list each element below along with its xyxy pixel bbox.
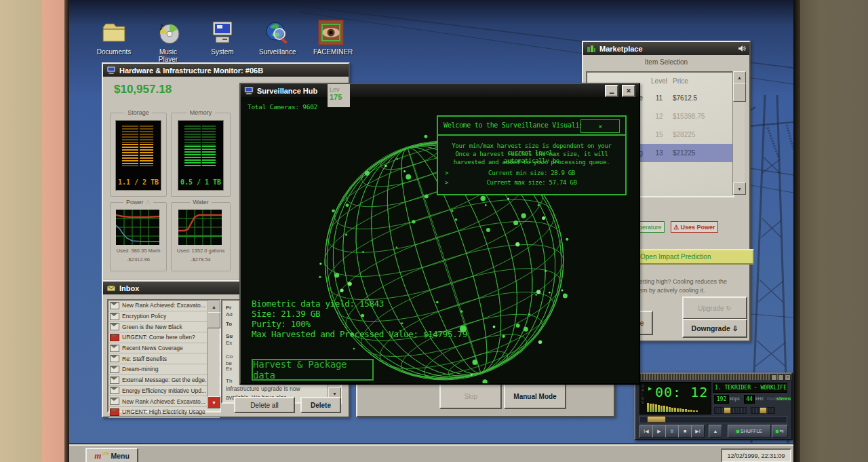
message-item[interactable]: URGENT: Come here often? <box>108 332 220 343</box>
desktop-icon-documents[interactable]: Documents <box>96 19 132 63</box>
player-minimize-icon[interactable] <box>771 374 777 381</box>
delete-all-button[interactable]: Delete all <box>234 397 295 413</box>
envelope-icon <box>110 355 119 362</box>
harvest-package-button[interactable]: Harvest & Package data <box>252 359 374 381</box>
message-item[interactable]: External Message: Get the edge... <box>108 375 220 386</box>
message-subject: New Rank Achieved: Excavato... <box>122 398 205 405</box>
marketplace-icon <box>587 45 596 53</box>
taskbar-clock[interactable]: 12/02/1999, 22:31:09 <box>721 448 791 462</box>
marketplace-titlebar[interactable]: Marketplace <box>583 42 749 55</box>
inbox-title: Inbox <box>119 284 139 292</box>
pause-button[interactable]: II <box>665 425 679 438</box>
item-table-scrollbar[interactable]: ▲ ▼ <box>732 71 745 195</box>
message-item[interactable]: New Rank Achieved: Excavato... <box>108 396 220 407</box>
level-value: 175 <box>330 93 350 101</box>
close-button[interactable]: ✕ <box>622 85 635 97</box>
preview-header-fragment: Su <box>226 333 233 339</box>
water-chart <box>178 210 222 245</box>
storage-value: 1.1 / 2 TB <box>116 178 161 186</box>
desktop-icon-system[interactable]: System <box>205 19 240 63</box>
scroll-up-icon: ▲ <box>733 71 746 83</box>
item-level: 15 <box>646 131 673 138</box>
cooling-description: gs getting high? Cooling reduces the sys… <box>628 277 745 295</box>
message-item[interactable]: Green is the New Black <box>108 322 220 332</box>
preview-header-fragment: Ex <box>226 340 232 346</box>
monitor-bezel-right-outer <box>800 0 868 462</box>
next-button[interactable]: ▶I <box>691 425 705 438</box>
monitor-icon <box>244 87 254 95</box>
surveillance-hub-titlebar[interactable]: Surveillance Hub ▁ ✕ <box>241 84 639 97</box>
biometric-yield: Biometric data yield: 15843 <box>252 299 467 309</box>
clutterbar[interactable]: OAIDV <box>642 384 646 404</box>
player-close-icon[interactable]: x <box>785 374 791 381</box>
message-item[interactable]: Energy Efficiency Initiative Upd... <box>108 386 220 397</box>
envelope-icon <box>110 408 119 416</box>
skip-button[interactable]: Skip <box>439 383 502 409</box>
message-subject: Re: Staff Benefits <box>122 355 167 362</box>
eject-button[interactable]: ▲ <box>709 425 722 438</box>
desktop-icon-music-player[interactable]: ♪Music Player <box>151 19 186 63</box>
player-titlebar[interactable]: x <box>635 374 791 380</box>
price-column-header: Price <box>673 77 723 85</box>
surveillance-viewport: Total Cameras: 9602 Biometric data yield… <box>241 97 639 383</box>
play-button[interactable]: ▶ <box>652 425 666 438</box>
message-item[interactable]: Encryption Policy <box>108 311 220 322</box>
downgrade-button[interactable]: Downgrade ⇩ <box>682 319 747 338</box>
level-label: Lev <box>330 86 350 93</box>
shuffle-button[interactable]: SHUFFLE <box>728 425 771 438</box>
manual-mode-button[interactable]: Manual Mode <box>504 383 566 409</box>
current-max-size: Current max size: 57.74 GB <box>438 179 625 186</box>
desktop-icon-surveillance[interactable]: Surveillance <box>259 19 294 63</box>
envelope-icon <box>110 313 119 320</box>
seek-bar[interactable] <box>639 416 787 423</box>
message-item[interactable]: New Rank Achieved: Excavato... <box>108 301 220 311</box>
level-column-header: Level <box>646 77 673 85</box>
minimize-button[interactable]: ▁ <box>605 85 618 97</box>
preview-header-fragment: Ad <box>226 311 233 317</box>
welcome-close-button[interactable]: × <box>580 119 620 133</box>
item-price: $15398.75 <box>673 113 723 120</box>
scroll-thumb <box>733 83 746 102</box>
hardware-monitor-title: Hardware & Infrastructure Monitor: #06B <box>119 66 263 75</box>
memory-label: Memory <box>187 109 215 116</box>
volume-slider[interactable] <box>714 407 747 414</box>
harvest-purity: Purity: 100% <box>252 319 467 329</box>
preview-body-line: infrastructure upgrade is now <box>226 385 300 392</box>
preview-header-fragment: To <box>226 321 232 327</box>
track-title: 1. TEKRIDER - WORKLIFE (3:48) <box>715 385 787 391</box>
spectrum-analyzer <box>647 402 698 412</box>
delete-button[interactable]: Delete <box>300 397 341 413</box>
message-item[interactable]: Dream-mining <box>108 364 220 375</box>
message-subject: External Message: Get the edge... <box>122 377 210 383</box>
track-display[interactable]: 1. TEKRIDER - WORKLIFE (3:48) <box>713 383 787 393</box>
message-item[interactable]: Recent News Coverage <box>108 343 220 354</box>
message-item[interactable]: Re: Staff Benefits <box>108 353 220 364</box>
message-subject: Encryption Policy <box>122 313 166 320</box>
seek-thumb[interactable] <box>647 416 666 423</box>
upgrade-button[interactable]: Upgrade ↻ <box>682 296 747 320</box>
hardware-monitor-titlebar[interactable]: Hardware & Infrastructure Monitor: #06B <box>103 64 349 77</box>
os-logo: m <box>94 450 101 461</box>
music-player-icon: ♪ <box>155 19 182 46</box>
message-item[interactable]: URGENT: High Electricity Usage <box>108 407 220 418</box>
desktop-icon-faceminer[interactable]: FACEMINER <box>313 19 349 63</box>
surveillance-hub-title: Surveillance Hub <box>257 87 601 95</box>
player-shade-icon[interactable] <box>778 374 784 381</box>
envelope-icon <box>110 345 119 352</box>
documents-icon <box>100 19 127 46</box>
menu-button[interactable]: m OS Menu <box>85 448 138 462</box>
stop-button[interactable]: ■ <box>678 425 692 438</box>
speaker-icon[interactable] <box>738 45 746 52</box>
repeat-button[interactable]: ⇆ <box>772 425 788 438</box>
prev-button[interactable]: I◀ <box>639 425 653 438</box>
envelope-icon <box>110 323 119 330</box>
scroll-up-icon: ▲ <box>208 301 220 313</box>
message-subject: URGENT: Come here often? <box>122 334 195 341</box>
message-list-scrollbar[interactable]: ▲ ▼ <box>207 301 219 408</box>
inbox-envelope-icon <box>106 284 116 292</box>
open-impact-prediction-button[interactable]: Open Impact Prediction <box>636 249 754 265</box>
balance-slider[interactable] <box>751 407 775 414</box>
surveillance-hub-window: Surveillance Hub ▁ ✕ Total Cameras: 9602… <box>239 83 640 385</box>
svg-text:♪: ♪ <box>159 20 164 32</box>
item-selection-label: Item Selection <box>583 58 749 66</box>
